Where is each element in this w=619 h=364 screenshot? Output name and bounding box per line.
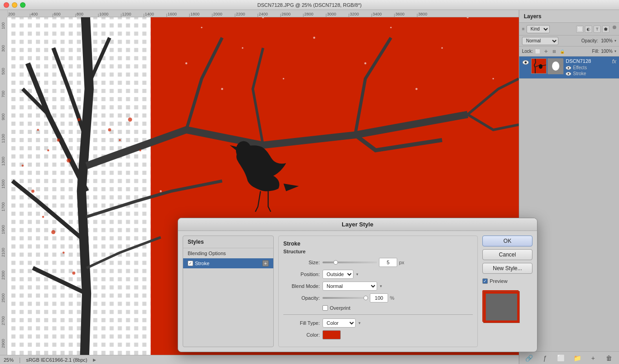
new-style-button[interactable]: New Style... bbox=[482, 263, 532, 274]
color-swatch[interactable] bbox=[322, 330, 341, 339]
lock-label: Lock: bbox=[522, 49, 533, 54]
effects-label: Effects bbox=[573, 65, 587, 70]
lock-pixel-btn[interactable]: ⬜ bbox=[535, 48, 541, 55]
opacity-value: 100% bbox=[600, 38, 613, 43]
eye-icon bbox=[522, 60, 529, 65]
svg-text:600: 600 bbox=[54, 12, 61, 16]
stroke-style-item[interactable]: ✓ Stroke + bbox=[183, 258, 273, 268]
size-unit: px bbox=[399, 260, 404, 265]
blend-mode-select[interactable]: Normal bbox=[522, 37, 558, 45]
add-style-btn[interactable]: ƒ bbox=[541, 354, 550, 363]
svg-text:500: 500 bbox=[1, 68, 5, 75]
size-slider-track[interactable] bbox=[322, 261, 377, 263]
svg-text:700: 700 bbox=[1, 91, 5, 97]
svg-point-102 bbox=[539, 64, 542, 69]
position-chevron: ▾ bbox=[356, 272, 358, 277]
preview-label: Preview bbox=[490, 278, 507, 284]
opacity-slider-track[interactable] bbox=[322, 297, 368, 299]
overprint-row: Overprint bbox=[322, 305, 473, 311]
svg-point-91 bbox=[160, 190, 162, 192]
blend-mode-select-dialog[interactable]: Normal bbox=[322, 282, 377, 291]
styles-panel: Styles Blending Options ✓ Stroke + bbox=[183, 236, 274, 347]
ruler-vertical: 100 300 500 700 900 1100 1300 1500 1700 … bbox=[0, 17, 7, 355]
opacity-input[interactable] bbox=[370, 293, 388, 302]
new-group-btn[interactable]: 📁 bbox=[573, 354, 582, 363]
stroke-add-btn[interactable]: + bbox=[262, 260, 269, 267]
filter-shape-btn[interactable]: ⬟ bbox=[602, 26, 609, 33]
filter-pixel-btn[interactable]: ⬜ bbox=[576, 26, 583, 33]
layer-visibility-toggle[interactable] bbox=[522, 60, 529, 65]
position-select[interactable]: Outside Inside Center bbox=[322, 270, 353, 279]
cancel-button[interactable]: Cancel bbox=[482, 249, 532, 260]
fill-type-label: Fill Type: bbox=[283, 320, 320, 326]
svg-point-74 bbox=[62, 251, 64, 253]
title-bar: DSCN7128.JPG @ 25% (DSCN7128, RGB/8*) bbox=[0, 0, 619, 10]
lock-all-btn[interactable]: 🔒 bbox=[559, 48, 566, 55]
svg-point-77 bbox=[185, 62, 187, 64]
opacity-slider-thumb[interactable] bbox=[363, 296, 368, 300]
ok-button[interactable]: OK bbox=[482, 236, 532, 246]
svg-point-86 bbox=[390, 27, 392, 28]
svg-text:3600: 3600 bbox=[395, 12, 404, 16]
filter-type-select[interactable]: Kind bbox=[527, 25, 550, 33]
delete-layer-btn[interactable]: 🗑 bbox=[604, 354, 614, 363]
filter-icon: ≡ bbox=[522, 26, 525, 31]
fill-type-chevron: ▾ bbox=[358, 321, 361, 325]
svg-text:1800: 1800 bbox=[190, 12, 200, 16]
svg-point-65 bbox=[77, 118, 81, 121]
svg-point-69 bbox=[128, 118, 132, 122]
opacity-unit: % bbox=[390, 295, 394, 301]
stroke-checkbox[interactable]: ✓ bbox=[188, 261, 193, 266]
layer-item[interactable]: DSCN7128 Effects Stroke fx bbox=[519, 56, 619, 79]
window-controls[interactable] bbox=[4, 2, 26, 8]
size-input[interactable] bbox=[379, 258, 397, 267]
link-layers-btn[interactable]: 🔗 bbox=[525, 354, 534, 363]
position-row: Position: Outside Inside Center ▾ bbox=[283, 270, 473, 279]
svg-point-72 bbox=[42, 216, 44, 218]
fill-type-select[interactable]: Color Gradient Pattern bbox=[322, 318, 356, 328]
svg-text:400: 400 bbox=[31, 12, 38, 16]
svg-point-70 bbox=[139, 149, 141, 151]
svg-text:1700: 1700 bbox=[1, 202, 5, 211]
layers-panel-title: Layers bbox=[519, 10, 619, 23]
svg-point-87 bbox=[415, 88, 417, 90]
size-row: Size: px bbox=[283, 258, 473, 267]
size-slider-thumb[interactable] bbox=[333, 260, 338, 265]
svg-text:1000: 1000 bbox=[99, 12, 108, 16]
svg-point-75 bbox=[72, 272, 76, 275]
svg-text:2700: 2700 bbox=[1, 316, 5, 325]
layers-lock-row: Lock: ⬜ ✛ ⊞ 🔒 Fill: 100% ▾ bbox=[519, 46, 619, 56]
opacity-slider-container: % bbox=[322, 293, 394, 302]
ruler-corner bbox=[0, 10, 7, 17]
svg-text:1400: 1400 bbox=[145, 12, 154, 16]
layer-info: DSCN7128 Effects Stroke bbox=[566, 58, 612, 77]
add-mask-btn[interactable]: ⬜ bbox=[557, 354, 566, 363]
svg-point-88 bbox=[441, 47, 443, 49]
status-bar: 25% | sRGB IEC61966-2.1 (8bpc) ▶ bbox=[0, 355, 519, 364]
layers-title-label: Layers bbox=[524, 13, 542, 20]
filter-adjust-btn[interactable]: ◐ bbox=[585, 26, 592, 33]
svg-text:2200: 2200 bbox=[236, 12, 245, 16]
preview-checkbox[interactable]: ✓ bbox=[482, 278, 488, 284]
svg-text:200: 200 bbox=[8, 12, 15, 16]
stroke-effect-label: Stroke bbox=[573, 71, 586, 76]
dialog-body: Styles Blending Options ✓ Stroke + Strok… bbox=[178, 231, 537, 352]
divider bbox=[283, 314, 473, 315]
svg-text:300: 300 bbox=[1, 45, 5, 52]
overprint-checkbox[interactable] bbox=[322, 305, 328, 311]
maximize-button[interactable] bbox=[20, 2, 26, 8]
filter-type-btn[interactable]: T bbox=[593, 26, 601, 33]
layer-mask-thumbnail bbox=[547, 58, 563, 74]
new-layer-btn[interactable]: + bbox=[588, 354, 598, 363]
svg-text:3000: 3000 bbox=[327, 12, 336, 16]
dialog-title: Layer Style bbox=[342, 221, 373, 228]
svg-point-64 bbox=[37, 129, 39, 131]
close-button[interactable] bbox=[4, 2, 9, 8]
lock-move-btn[interactable]: ✛ bbox=[543, 48, 549, 55]
svg-point-67 bbox=[108, 128, 111, 132]
blending-options-item[interactable]: Blending Options bbox=[183, 248, 273, 258]
minimize-button[interactable] bbox=[12, 2, 17, 8]
svg-text:1500: 1500 bbox=[1, 179, 5, 189]
svg-point-85 bbox=[364, 62, 366, 64]
lock-artboard-btn[interactable]: ⊞ bbox=[551, 48, 558, 55]
